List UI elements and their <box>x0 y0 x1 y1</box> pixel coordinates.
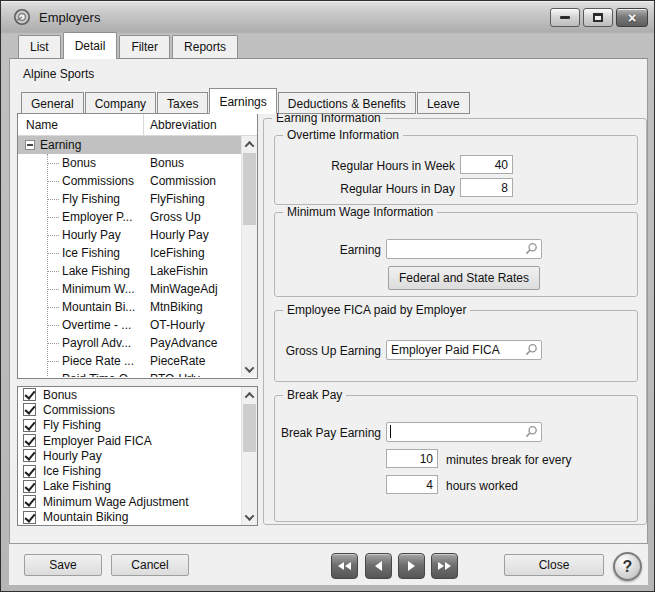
tree-row[interactable]: Ice Fishing IceFishing <box>18 244 243 262</box>
checkbox-icon[interactable] <box>23 403 36 416</box>
earnings-tree: Name Abbreviation Earning Bonus Bonus <box>17 113 258 379</box>
regular-hours-week-input[interactable] <box>460 155 513 174</box>
tree-row[interactable]: Hourly Pay Hourly Pay <box>18 226 243 244</box>
checklist-item-label: Minimum Wage Adjustment <box>43 495 189 509</box>
checkbox-icon[interactable] <box>23 495 36 508</box>
tree-item-name: Overtime - ... <box>62 318 131 332</box>
previous-record-button[interactable] <box>365 553 392 579</box>
checklist-item[interactable]: Bonus <box>18 387 257 402</box>
tree-item-abbreviation: Commission <box>150 174 216 188</box>
last-record-button[interactable] <box>431 553 458 579</box>
scrollbar-thumb[interactable] <box>243 153 256 225</box>
checklist-item-label: Bonus <box>43 388 77 402</box>
employer-tab[interactable]: Leave <box>417 92 470 114</box>
tree-row[interactable]: Payroll Adv... PayAdvance <box>18 334 243 352</box>
checkbox-icon[interactable] <box>23 480 36 493</box>
tree-item-abbreviation: Gross Up <box>150 210 201 224</box>
tree-row[interactable]: Mountain Bi... MtnBiking <box>18 298 243 316</box>
tree-row[interactable]: Lake Fishing LakeFishin <box>18 262 243 280</box>
tree-row-root[interactable]: Earning <box>18 136 243 154</box>
employer-tab[interactable]: Earnings <box>209 88 276 114</box>
checkbox-icon[interactable] <box>23 419 36 432</box>
tree-item-abbreviation: OT-Hourly <box>150 318 205 332</box>
tree-column-abbreviation[interactable]: Abbreviation <box>144 114 217 135</box>
scroll-up-button[interactable] <box>242 136 257 152</box>
tree-row[interactable]: Minimum W... MinWageAdj <box>18 280 243 298</box>
checklist-item[interactable]: Commissions <box>18 402 257 417</box>
federal-state-rates-button[interactable]: Federal and State Rates <box>388 266 540 290</box>
checkbox-icon[interactable] <box>23 449 36 462</box>
regular-hours-day-label: Regular Hours in Day <box>275 182 455 196</box>
scroll-up-button[interactable] <box>242 387 257 403</box>
chevron-up-icon <box>245 140 255 150</box>
checklist-item[interactable]: Employer Paid FICA <box>18 433 257 448</box>
break-pay-group: Break Pay Break Pay Earning minutes brea… <box>274 395 638 522</box>
break-pay-earning-input[interactable] <box>386 422 542 442</box>
checklist-item[interactable]: Fly Fishing <box>18 418 257 433</box>
employer-name-label: Alpine Sports <box>23 67 94 81</box>
break-pay-earning-lookup-field <box>386 422 542 442</box>
tree-row[interactable]: Overtime - ... OT-Hourly <box>18 316 243 334</box>
tree-scrollbar[interactable] <box>241 136 257 377</box>
lookup-magnifier-icon[interactable] <box>524 242 538 256</box>
checklist-item[interactable]: Hourly Pay <box>18 448 257 463</box>
tree-column-name[interactable]: Name <box>18 114 144 135</box>
employer-tab[interactable]: General <box>21 92 84 114</box>
main-tab[interactable]: List <box>18 35 61 58</box>
gross-up-earning-label: Gross Up Earning <box>275 344 381 358</box>
earning-lookup-field <box>386 239 542 259</box>
employer-tab[interactable]: Deductions & Benefits <box>278 92 416 114</box>
scrollbar-thumb[interactable] <box>243 404 256 452</box>
main-tab[interactable]: Filter <box>119 35 170 58</box>
first-record-button[interactable] <box>331 553 358 579</box>
earning-input[interactable] <box>386 239 542 259</box>
earning-information-group: Earning Information Overtime Information… <box>263 118 647 525</box>
regular-hours-day-input[interactable] <box>460 178 513 197</box>
close-button[interactable]: Close <box>504 554 604 576</box>
close-window-button[interactable]: × <box>616 8 648 27</box>
checkbox-icon[interactable] <box>23 465 36 478</box>
tree-row[interactable]: Bonus Bonus <box>18 154 243 172</box>
break-hours-input[interactable] <box>386 475 438 494</box>
tree-item-name: Mountain Bi... <box>62 300 135 314</box>
employer-tab[interactable]: Taxes <box>157 92 208 114</box>
tree-item-name: Lake Fishing <box>62 264 130 278</box>
scroll-down-button[interactable] <box>242 361 257 377</box>
main-tab[interactable]: Reports <box>172 35 238 58</box>
tree-branch-line <box>47 307 59 308</box>
checkbox-icon[interactable] <box>23 511 36 524</box>
tree-row[interactable]: Paid Time O... PTO-Hrly <box>18 370 243 377</box>
checklist-item[interactable]: Ice Fishing <box>18 463 257 478</box>
checklist-scrollbar[interactable] <box>241 387 257 525</box>
help-button[interactable]: ? <box>613 552 642 581</box>
next-record-button[interactable] <box>398 553 425 579</box>
maximize-button[interactable] <box>583 8 613 27</box>
collapse-icon[interactable] <box>25 140 35 150</box>
tree-row[interactable]: Fly Fishing FlyFishing <box>18 190 243 208</box>
tree-branch-line <box>47 235 59 236</box>
tree-item-abbreviation: IceFishing <box>150 246 205 260</box>
checkbox-icon[interactable] <box>23 388 36 401</box>
lookup-magnifier-icon[interactable] <box>524 343 538 357</box>
chevron-down-icon <box>245 363 255 373</box>
checklist-item[interactable]: Lake Fishing <box>18 479 257 494</box>
tree-item-name: Ice Fishing <box>62 246 120 260</box>
title-bar[interactable]: Employers × <box>1 1 654 33</box>
cancel-button[interactable]: Cancel <box>111 554 189 576</box>
tree-row[interactable]: Commissions Commission <box>18 172 243 190</box>
checklist-item[interactable]: Mountain Biking <box>18 509 257 524</box>
tree-row[interactable]: Piece Rate ... PieceRate <box>18 352 243 370</box>
scroll-down-button[interactable] <box>242 509 257 525</box>
break-pay-earning-label: Break Pay Earning <box>275 426 381 440</box>
tree-row[interactable]: Employer P... Gross Up <box>18 208 243 226</box>
gross-up-earning-input[interactable] <box>386 340 542 360</box>
minimize-button[interactable] <box>550 8 580 27</box>
employer-tab[interactable]: Company <box>85 92 156 114</box>
checklist-item[interactable]: Minimum Wage Adjustment <box>18 494 257 509</box>
checkbox-icon[interactable] <box>23 434 36 447</box>
tree-item-abbreviation: MtnBiking <box>150 300 203 314</box>
main-tab[interactable]: Detail <box>63 32 118 59</box>
save-button[interactable]: Save <box>24 554 102 576</box>
break-minutes-input[interactable] <box>386 449 438 468</box>
lookup-magnifier-icon[interactable] <box>524 425 538 439</box>
